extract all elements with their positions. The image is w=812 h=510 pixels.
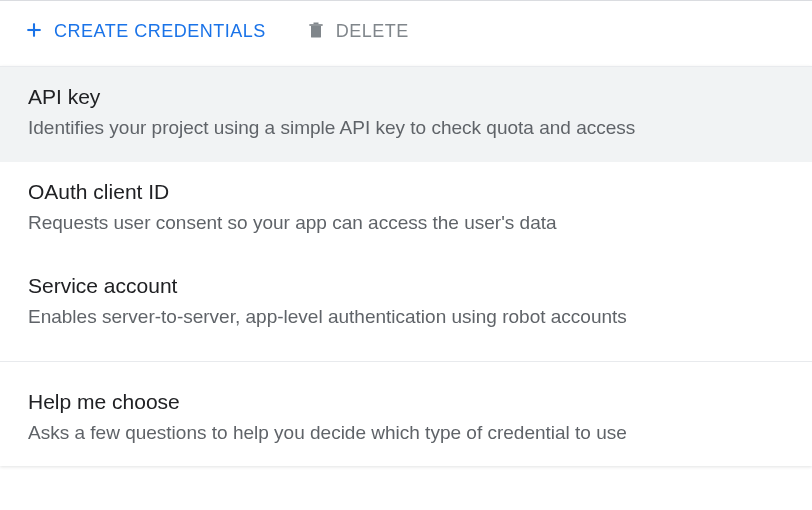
- menu-item-service-account[interactable]: Service account Enables server-to-server…: [0, 256, 812, 351]
- menu-item-title: API key: [28, 85, 784, 109]
- menu-item-title: Service account: [28, 274, 784, 298]
- delete-label: DELETE: [336, 21, 409, 42]
- create-credentials-button[interactable]: CREATE CREDENTIALS: [24, 20, 266, 43]
- menu-item-api-key[interactable]: API key Identifies your project using a …: [0, 67, 812, 162]
- delete-button[interactable]: DELETE: [306, 19, 409, 44]
- menu-item-description: Requests user consent so your app can ac…: [28, 210, 784, 237]
- trash-icon: [306, 19, 326, 44]
- menu-item-oauth-client-id[interactable]: OAuth client ID Requests user consent so…: [0, 162, 812, 257]
- menu-divider: [0, 361, 812, 362]
- plus-icon: [24, 20, 44, 43]
- create-credentials-label: CREATE CREDENTIALS: [54, 21, 266, 42]
- menu-item-title: OAuth client ID: [28, 180, 784, 204]
- menu-item-description: Enables server-to-server, app-level auth…: [28, 304, 784, 331]
- menu-item-title: Help me choose: [28, 390, 784, 414]
- menu-item-description: Identifies your project using a simple A…: [28, 115, 784, 142]
- menu-item-help-me-choose[interactable]: Help me choose Asks a few questions to h…: [0, 372, 812, 467]
- menu-item-description: Asks a few questions to help you decide …: [28, 420, 784, 447]
- credentials-dropdown-menu: API key Identifies your project using a …: [0, 66, 812, 466]
- toolbar: CREATE CREDENTIALS DELETE: [0, 0, 812, 58]
